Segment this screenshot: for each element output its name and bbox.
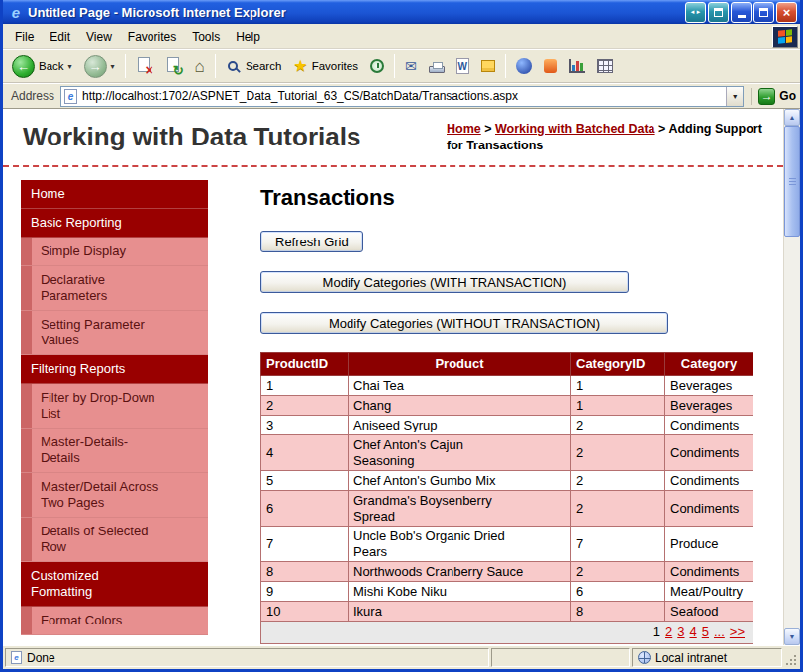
sidebar-item-label: Master/Detail Across Two Pages [41,479,165,511]
sidebar-item-simple-display[interactable]: Simple Display [21,238,208,266]
home-button[interactable]: ⌂ [190,56,210,77]
capture-arrows-button[interactable]: ◄► [685,2,706,23]
pager-page-5[interactable]: 5 [702,624,709,639]
sidebar-section-home[interactable]: Home [21,180,208,209]
sidebar-item-box: Filter by Drop-Down List [32,384,208,428]
browser-window: e Untitled Page - Microsoft Internet Exp… [0,0,803,672]
favorites-label: Favorites [312,60,358,72]
history-button[interactable] [365,57,389,75]
grid-cell: Condiments [665,491,753,527]
scroll-down-button[interactable]: ▼ [784,628,800,645]
sidebar-section-basic-reporting[interactable]: Basic Reporting [21,209,208,238]
search-button[interactable]: Search [221,57,286,75]
menu-item-help[interactable]: Help [228,26,268,48]
sidebar-item-master-details-details[interactable]: Master-Details-Details [21,429,208,473]
back-button[interactable]: ← Back ▾ [7,53,77,80]
grid-cell: Condiments [665,471,753,491]
scroll-up-button[interactable]: ▲ [784,109,800,126]
menu-item-edit[interactable]: Edit [42,26,78,48]
pager-page-2[interactable]: 2 [665,624,672,639]
sidebar-item-details-of-selected-row[interactable]: Details of Selected Row [21,518,208,562]
scrollbar-thumb[interactable] [784,126,800,237]
grid-cell: 2 [571,416,665,435]
discuss-button[interactable] [476,58,500,74]
sidebar-item-filter-by-drop-down-list[interactable]: Filter by Drop-Down List [21,384,208,429]
refresh-button[interactable]: ↻ [160,55,188,77]
go-button[interactable]: → Go [751,88,796,105]
edit-button[interactable]: W [452,56,474,76]
refresh-icon: ↻ [165,57,183,75]
menu-item-file[interactable]: File [7,26,42,48]
sidebar-item-declarative-parameters[interactable]: Declarative Parameters [21,266,208,311]
breadcrumb-home-link[interactable]: Home [447,122,481,136]
pager-page-4[interactable]: 4 [690,624,697,639]
sidebar-section-filtering-reports[interactable]: Filtering Reports [21,355,208,384]
grid-cell: Chef Anton's Gumbo Mix [349,471,571,491]
sidebar-indent-stripe [21,607,32,634]
chart-tool-button[interactable] [564,57,590,75]
grid-cell: 6 [261,491,349,527]
title-bar[interactable]: e Untitled Page - Microsoft Internet Exp… [3,0,800,24]
window-controls: ◄► × [685,2,797,23]
mail-button[interactable]: ✉ [400,57,422,75]
forward-button[interactable]: → ▾ [79,53,120,80]
pager-next-link[interactable]: >> [730,624,745,639]
grid-tool-button[interactable] [592,57,618,75]
sidebar-indent-stripe [21,311,32,354]
research-button[interactable] [539,57,562,75]
modify-without-transaction-button[interactable]: Modify Categories (WITHOUT TRANSACTION) [260,312,668,334]
messenger-button[interactable] [511,56,537,76]
toolbar-separator [505,54,506,78]
menu-item-tools[interactable]: Tools [184,26,228,48]
close-button[interactable]: × [776,2,797,23]
breadcrumb-section-link[interactable]: Working with Batched Data [495,122,655,136]
scrollbar-track[interactable] [784,126,800,628]
grid-cell: 2 [571,435,665,471]
grid-cell: Condiments [665,562,753,582]
menu-item-favorites[interactable]: Favorites [120,26,184,48]
sidebar-item-setting-parameter-values[interactable]: Setting Parameter Values [21,311,208,355]
pager-page-3[interactable]: 3 [677,624,684,639]
pager-ellipsis-link[interactable]: ... [714,624,725,639]
sidebar-item-label: Setting Parameter Values [41,317,165,348]
sidebar-item-label: Filter by Drop-Down List [41,390,165,422]
close-icon: × [783,6,791,19]
sidebar-item-box: Details of Selected Row [32,518,208,561]
print-button[interactable] [424,57,450,75]
grid-cell: 2 [571,562,665,582]
stop-button[interactable]: × [131,55,158,77]
maximize-button[interactable] [753,2,774,23]
grid-cell: 4 [261,435,349,471]
sidebar-item-format-colors[interactable]: Format Colors [21,607,208,635]
resize-grip[interactable] [784,648,798,667]
address-dropdown-button[interactable]: ▼ [726,87,743,106]
capture-window-button[interactable] [708,2,729,23]
site-title: Working with Data Tutorials [23,122,360,152]
table-row: 2Chang1Beverages [261,396,753,416]
grid-cell: Produce [665,527,753,562]
modify-with-transaction-button[interactable]: Modify Categories (WITH TRANSACTION) [260,271,629,293]
back-dropdown-icon[interactable]: ▾ [68,62,72,71]
sidebar-item-master-detail-across-two-pages[interactable]: Master/Detail Across Two Pages [21,473,208,518]
grid-cell: Meat/Poultry [665,582,753,602]
status-text: Done [27,651,55,665]
grid-header-product: Product [349,353,571,376]
menu-item-view[interactable]: View [78,26,120,48]
pager-current-page: 1 [653,624,660,639]
sidebar-section-customized-formatting[interactable]: Customized Formatting [21,562,208,607]
minimize-icon [738,15,746,18]
address-input[interactable]: e http://localhost:1702/ASPNET_Data_Tuto… [60,86,744,107]
refresh-grid-button[interactable]: Refresh Grid [260,231,363,252]
minimize-button[interactable] [731,2,752,23]
table-row: 3Aniseed Syrup2Condiments [261,416,753,435]
grid-cell: 7 [571,527,665,562]
forward-dropdown-icon[interactable]: ▾ [111,62,115,71]
menu-bar-items: FileEditViewFavoritesToolsHelp [7,26,772,48]
favorites-star-icon: ★ [293,58,307,74]
address-url[interactable]: http://localhost:1702/ASPNET_Data_Tutori… [82,89,726,103]
vertical-scrollbar[interactable]: ▲ ▼ [783,109,800,645]
favorites-button[interactable]: ★ Favorites [288,56,363,76]
grid-header-productid: ProductID [261,353,349,376]
window-title: Untitled Page - Microsoft Internet Explo… [28,5,685,20]
grid-cell: 9 [261,582,349,602]
